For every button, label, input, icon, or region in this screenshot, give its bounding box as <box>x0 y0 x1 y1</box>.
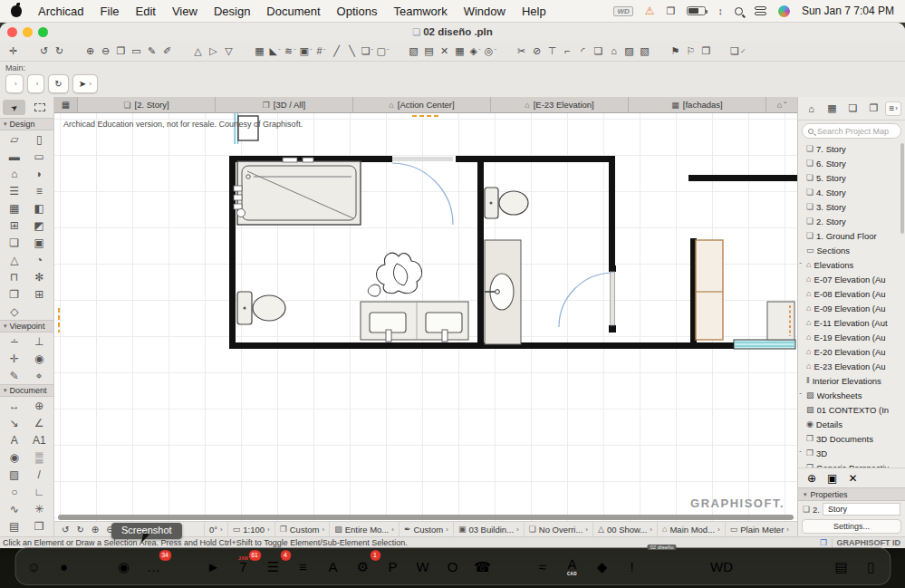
hatch-edit[interactable]: ▧ <box>637 43 652 60</box>
siri-icon[interactable] <box>778 5 790 17</box>
navigator-menu-button[interactable]: ≡› <box>885 101 901 116</box>
tool-furniture[interactable]: ⊓ <box>2 268 27 285</box>
menu-help[interactable]: Help <box>522 5 546 18</box>
photos[interactable] <box>169 553 197 581</box>
design-option-field[interactable]: ⌂Main Mod...› <box>657 522 725 536</box>
marquee-tool[interactable] <box>28 100 51 115</box>
trim[interactable]: ⊤ <box>544 43 560 60</box>
project-map-item[interactable]: ❏6. Story <box>798 156 905 170</box>
expand-chevron-icon[interactable]: ˇ <box>798 449 804 458</box>
tool-roof[interactable]: ⌂ <box>2 165 27 182</box>
fly-through[interactable]: ▷ <box>206 43 221 60</box>
flag-marker-alt[interactable]: ⚐ <box>683 43 698 60</box>
tool-zone[interactable]: ◔ <box>27 251 53 268</box>
project-map-item[interactable]: ❏1. Ground Floor <box>798 228 905 243</box>
layer-combination-field[interactable]: ▣03 Buildin...› <box>453 522 524 536</box>
spotify[interactable]: ≈ <box>528 553 556 581</box>
tool-spline[interactable]: ∿ <box>2 500 27 517</box>
tool-morph[interactable]: ◇ <box>2 303 27 320</box>
project-map-item[interactable]: ❐3D Documents <box>798 431 905 446</box>
tool-level-dimension[interactable]: ↘ <box>2 414 27 431</box>
project-map-item[interactable]: ⌂E-19 Elevation (Au <box>798 330 905 344</box>
display-arrangement-icon[interactable]: ↕ <box>717 5 723 16</box>
tool-mesh[interactable]: △ <box>2 251 27 268</box>
finder[interactable]: ☺ <box>20 553 48 581</box>
floor-plan-canvas[interactable]: Archicad Education version, not for resa… <box>54 113 797 521</box>
panel-view-map[interactable]: ▦ <box>823 101 842 117</box>
archicad[interactable] <box>498 553 526 581</box>
project-map-item[interactable]: ‖Interior Elevations <box>798 373 905 388</box>
tool-beam[interactable]: ▬ <box>2 148 27 165</box>
editing-plane[interactable]: ╲ <box>344 43 360 60</box>
project-map-item[interactable]: ⌂E-20 Elevation (Au <box>798 344 905 359</box>
zoom-button[interactable] <box>38 27 48 37</box>
arrow-tool-button[interactable]: ➤› <box>72 74 98 93</box>
rotate-view-button[interactable]: ↻ <box>48 74 68 93</box>
project-map-item[interactable]: ˇ❐3D <box>798 446 905 460</box>
separator[interactable] <box>797 553 825 581</box>
project-map-item[interactable]: ❏5. Story <box>798 170 905 185</box>
menubar-clock[interactable]: Sun Jan 7 7:04 PM <box>802 5 894 17</box>
snap-grid-toggle[interactable]: ▦ <box>252 43 267 60</box>
split[interactable]: ✂ <box>514 43 529 60</box>
tool-interior-elevation[interactable]: ✛ <box>2 350 27 367</box>
tool-grid-element[interactable]: ⊞ <box>27 285 53 303</box>
tool-camera[interactable]: ⌖ <box>27 367 53 384</box>
tool-window[interactable]: ⊞ <box>2 217 27 234</box>
separator[interactable] <box>498 43 514 60</box>
go-down-story[interactable]: ▽ <box>221 43 236 60</box>
document-section-header[interactable]: ▾ Document <box>0 384 53 397</box>
menu-view[interactable]: View <box>172 5 197 18</box>
notification-warning-icon[interactable]: ⚠ <box>645 5 655 17</box>
intersect[interactable]: ⌐ <box>560 43 575 60</box>
delete-viewpoint-button[interactable]: ✕ <box>848 472 857 485</box>
separator[interactable] <box>714 43 729 60</box>
screenshot-app[interactable]: ◉ <box>110 553 138 581</box>
tool-radial-dimension[interactable]: ⊕ <box>27 397 53 414</box>
project-map-item[interactable]: ⌂E-07 Elevation (Au <box>798 272 905 286</box>
check-document[interactable]: ❏✓ <box>729 43 747 60</box>
screenshot-file[interactable]: ▤ <box>827 553 855 581</box>
expand-chevron-icon[interactable]: ˇ <box>798 391 804 400</box>
menu-file[interactable]: File <box>101 5 120 18</box>
tool-angle-dimension[interactable]: ∠ <box>27 414 53 431</box>
pen-set-field[interactable]: ✒Custom› <box>399 522 453 536</box>
project-map-item[interactable]: ◉Details <box>798 417 905 431</box>
tool-hatch[interactable]: ▨ <box>2 466 27 483</box>
grid-display[interactable]: #ˇ <box>313 43 329 60</box>
elevate[interactable]: ⌂ <box>606 43 621 60</box>
graphic-override-field[interactable]: ❏No Overri...› <box>524 522 592 536</box>
previous-zoom[interactable]: ▭ <box>129 43 144 60</box>
adjust[interactable]: ⊘ <box>529 43 544 60</box>
word[interactable]: W <box>409 553 437 581</box>
bimcloud[interactable]: ◆ <box>588 553 616 581</box>
tool-door[interactable]: ◧ <box>27 199 53 217</box>
arrow-tool[interactable]: ➤ <box>3 100 25 115</box>
tool-fill[interactable]: ▒ <box>27 448 53 466</box>
spotlight-icon[interactable] <box>735 7 743 15</box>
apple-menu-icon[interactable] <box>11 5 22 17</box>
project-map-item[interactable]: ❏2. Story <box>798 214 905 228</box>
modify-structure[interactable]: ▦ <box>452 43 467 60</box>
tool-railing[interactable]: ≡ <box>27 182 53 199</box>
project-map-item[interactable]: ▨01 CONTEXTO (In <box>798 402 905 417</box>
project-map-item[interactable]: ❏3. Story <box>798 199 905 214</box>
wd-menu-icon[interactable]: WD <box>613 6 632 16</box>
menu-options[interactable]: Options <box>337 5 378 18</box>
resize[interactable]: ❏ <box>591 43 606 60</box>
inject-parameters[interactable]: ✐ <box>159 43 175 60</box>
zoom-next[interactable]: ↻ <box>72 525 87 535</box>
tab-overview-button[interactable]: ▦ <box>54 97 78 112</box>
titlebar[interactable]: ❏02 diseño .pln <box>0 23 905 41</box>
system-settings[interactable]: ⚙1 <box>349 553 377 581</box>
outlook[interactable]: O <box>438 553 467 581</box>
zoom-increase[interactable]: ⊕ <box>88 525 102 535</box>
search-input[interactable] <box>817 127 895 136</box>
tool-slab[interactable]: ▭ <box>27 148 53 165</box>
zoom-out-select[interactable]: ⊖ <box>98 43 113 60</box>
document-02-diseno[interactable]: 02 diseño <box>648 553 676 581</box>
panel-publisher[interactable]: ❐ <box>864 101 883 117</box>
tab-3d-all[interactable]: ❐[3D / All] <box>216 97 353 112</box>
guide-lines-toggle[interactable]: ◣ˇ <box>267 43 283 60</box>
tool-column[interactable]: ▯ <box>27 130 53 148</box>
